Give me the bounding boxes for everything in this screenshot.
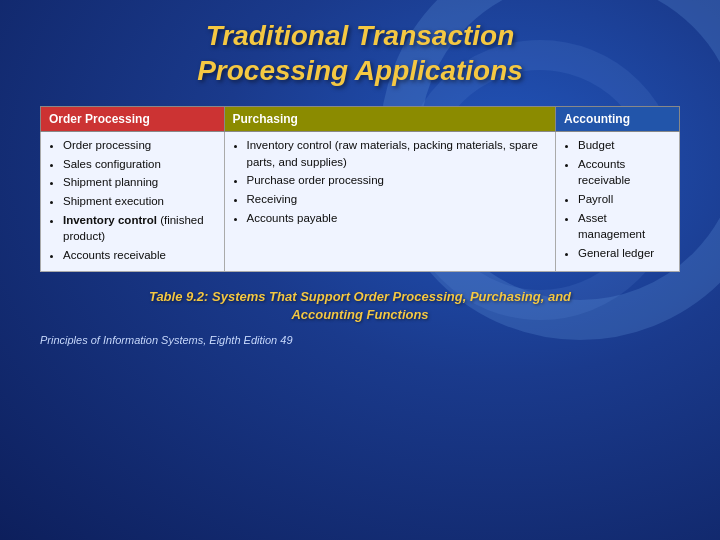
list-item: Sales configuration	[63, 156, 216, 173]
accounting-cell: Budget Accounts receivable Payroll Asset…	[556, 132, 680, 272]
table-row: Order processing Sales configuration Shi…	[41, 132, 680, 272]
order-processing-cell: Order processing Sales configuration Shi…	[41, 132, 225, 272]
list-item: Inventory control (raw materials, packin…	[247, 137, 548, 170]
list-item: Accounts receivable	[63, 247, 216, 264]
main-content: Traditional Transaction Processing Appli…	[0, 0, 720, 356]
col-header-purchasing: Purchasing	[224, 107, 556, 132]
list-item: Asset management	[578, 210, 671, 243]
list-item: Receiving	[247, 191, 548, 208]
page-title: Traditional Transaction Processing Appli…	[40, 18, 680, 88]
col-header-order-processing: Order Processing	[41, 107, 225, 132]
table-caption: Table 9.2: Systems That Support Order Pr…	[40, 288, 680, 324]
footer-text: Principles of Information Systems, Eight…	[40, 334, 680, 346]
purchasing-cell: Inventory control (raw materials, packin…	[224, 132, 556, 272]
list-item: General ledger	[578, 245, 671, 262]
list-item: Budget	[578, 137, 671, 154]
list-item: Accounts payable	[247, 210, 548, 227]
table-wrapper: Order Processing Purchasing Accounting O…	[40, 106, 680, 272]
list-item: Purchase order processing	[247, 172, 548, 189]
list-item: Payroll	[578, 191, 671, 208]
list-item: Inventory control (finished product)	[63, 212, 216, 245]
transaction-table: Order Processing Purchasing Accounting O…	[40, 106, 680, 272]
list-item: Shipment planning	[63, 174, 216, 191]
col-header-accounting: Accounting	[556, 107, 680, 132]
list-item: Accounts receivable	[578, 156, 671, 189]
list-item: Shipment execution	[63, 193, 216, 210]
list-item: Order processing	[63, 137, 216, 154]
